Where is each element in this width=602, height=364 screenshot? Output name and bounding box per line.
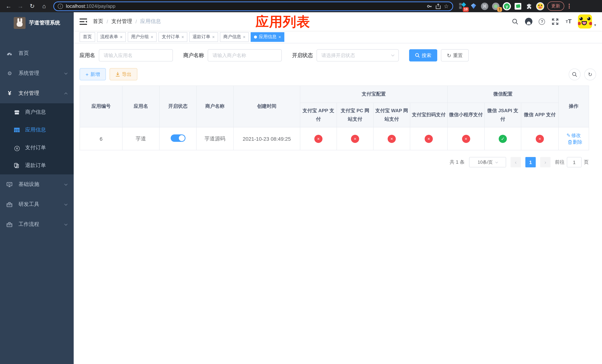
add-button[interactable]: +新增: [80, 68, 106, 80]
sidebar-item-system[interactable]: ⚙ 系统管理: [0, 63, 74, 83]
profile-avatar-icon[interactable]: [536, 2, 544, 10]
sidebar-item-label: 支付订单: [25, 144, 46, 151]
chrome-update-button[interactable]: 更新: [547, 1, 564, 11]
extension-grid-icon[interactable]: 10: [458, 2, 466, 10]
enable-toggle[interactable]: [171, 134, 185, 142]
col-created: 创建时间: [233, 86, 300, 127]
breadcrumb-pay[interactable]: 支付管理: [111, 18, 132, 25]
goto-page-input[interactable]: [567, 157, 582, 167]
close-icon[interactable]: ×: [151, 34, 153, 39]
password-key-icon[interactable]: [426, 3, 432, 9]
close-icon[interactable]: ×: [120, 34, 123, 39]
sidebar-item-label: 基础设施: [19, 181, 39, 188]
home-icon[interactable]: ⌂: [39, 1, 49, 11]
col-group-wechat: 微信配置: [447, 86, 559, 103]
delete-link[interactable]: 删除: [568, 139, 582, 145]
extension-chat-icon[interactable]: [514, 2, 522, 10]
refresh-table-icon[interactable]: ↻: [584, 68, 596, 80]
dashboard-icon: [7, 51, 13, 56]
sidebar-item-app-info[interactable]: 应用信息: [0, 121, 74, 139]
sidebar-item-pay[interactable]: ¥ 支付管理: [0, 83, 74, 103]
fullscreen-icon[interactable]: [551, 17, 559, 26]
close-icon[interactable]: ×: [212, 34, 215, 39]
toolbox-icon: [7, 222, 13, 227]
close-icon[interactable]: ×: [243, 34, 246, 39]
share-icon[interactable]: [435, 3, 441, 9]
tab-pay-order[interactable]: 支付订单×: [159, 32, 187, 42]
app-name-input[interactable]: [99, 49, 173, 62]
user-avatar[interactable]: [578, 14, 592, 29]
tab-app-info[interactable]: 应用信息×: [251, 32, 284, 42]
help-icon[interactable]: ?: [538, 17, 546, 26]
sidebar-item-label: 研发工具: [19, 201, 39, 208]
avatar-dropdown-caret-icon[interactable]: ▾: [594, 23, 596, 27]
sidebar-item-label: 工作流程: [19, 221, 39, 228]
page-size-select[interactable]: 10条/页: [469, 157, 506, 167]
logo-rabbit-avatar: [13, 17, 25, 29]
search-form: 应用名 商户名称 开启状态 请选择开启状态 搜索 ↻ 重置: [80, 49, 596, 62]
page-1-button[interactable]: 1: [525, 157, 536, 167]
sidebar-item-label: 系统管理: [19, 70, 39, 77]
table-toolbar: +新增 导出 ↻: [80, 68, 596, 80]
font-size-icon[interactable]: TT: [565, 17, 573, 26]
status-fail-icon: ×: [425, 135, 433, 143]
tags-view: 首页 流程表单× 用户分组× 支付订单× 退款订单× 商户信息× 应用信息×: [74, 31, 602, 43]
browser-menu-icon[interactable]: [567, 4, 571, 9]
close-icon[interactable]: ×: [279, 34, 281, 39]
extension-gem-icon[interactable]: [469, 2, 478, 10]
breadcrumb-home[interactable]: 首页: [93, 18, 103, 25]
extensions-puzzle-icon[interactable]: [525, 2, 533, 10]
back-icon[interactable]: ←: [4, 1, 13, 11]
extension-yudao-icon[interactable]: y: [503, 2, 511, 10]
site-info-icon[interactable]: i: [58, 3, 63, 9]
tab-process-form[interactable]: 流程表单×: [97, 32, 126, 42]
sidebar-item-infra[interactable]: 基础设施: [0, 174, 74, 194]
col-group-alipay: 支付宝配置: [300, 86, 447, 103]
extension-badge: 10: [463, 7, 469, 12]
edit-link[interactable]: ✎修改: [567, 132, 581, 139]
bookmark-star-icon[interactable]: ☆: [444, 3, 449, 10]
search-button[interactable]: 搜索: [409, 49, 437, 62]
sidebar-item-home[interactable]: 首页: [0, 43, 74, 63]
url-bar[interactable]: i localhost:1024/pay/app ☆: [53, 1, 453, 11]
col-actions: 操作: [559, 86, 589, 127]
extension-recorder-icon[interactable]: 1: [492, 2, 500, 10]
cell-app-id: 6: [80, 127, 122, 150]
app-logo[interactable]: 芋道管理系统: [0, 12, 74, 34]
cell-merchant: 芋道源码: [196, 127, 233, 150]
goto-unit: 页: [584, 159, 589, 166]
tab-merchant-info[interactable]: 商户信息×: [220, 32, 249, 42]
next-page-button[interactable]: ›: [540, 157, 550, 167]
forward-icon[interactable]: →: [16, 1, 25, 11]
breadcrumb: 首页 / 支付管理 / 应用信息: [93, 18, 161, 25]
tab-refund-order[interactable]: 退款订单×: [189, 32, 218, 42]
page-annotation-title: 应用列表: [256, 13, 310, 31]
tab-user-group[interactable]: 用户分组×: [128, 32, 157, 42]
sidebar-item-label: 应用信息: [25, 127, 46, 133]
sidebar-collapse-icon[interactable]: [80, 18, 87, 25]
prev-page-button[interactable]: ‹: [511, 157, 521, 167]
extension-badge-2: 1: [497, 7, 502, 12]
app-name-label: 应用名: [80, 52, 95, 59]
reload-icon[interactable]: ↻: [27, 1, 37, 11]
status-select[interactable]: 请选择开启状态: [317, 49, 399, 62]
extension-command-icon[interactable]: ⌘: [481, 2, 489, 10]
sidebar-item-pay-order[interactable]: ¥ 支付订单: [0, 139, 74, 157]
toggle-search-icon[interactable]: [569, 68, 580, 80]
sidebar-item-devtools[interactable]: 研发工具: [0, 194, 74, 214]
col-wx-jsapi: 微信 JSAPI 支付: [484, 103, 521, 127]
search-icon[interactable]: [511, 17, 519, 26]
sidebar-item-merchant-info[interactable]: 商户信息: [0, 103, 74, 121]
sidebar-item-refund-order[interactable]: 退款订单: [0, 157, 74, 174]
reset-button[interactable]: ↻ 重置: [441, 49, 469, 62]
edit-pencil-icon: ✎: [567, 133, 570, 138]
pagination: 共 1 条 10条/页 ‹ 1 › 前往 页: [80, 157, 589, 167]
sidebar-item-workflow[interactable]: 工作流程: [0, 214, 74, 234]
github-icon[interactable]: [525, 17, 533, 26]
col-wx-lite: 微信小程序支付: [447, 103, 484, 127]
status-fail-icon: ×: [314, 135, 322, 143]
export-button[interactable]: 导出: [110, 68, 137, 80]
close-icon[interactable]: ×: [182, 34, 184, 39]
tab-home[interactable]: 首页: [80, 32, 95, 42]
merchant-name-input[interactable]: [208, 49, 282, 62]
